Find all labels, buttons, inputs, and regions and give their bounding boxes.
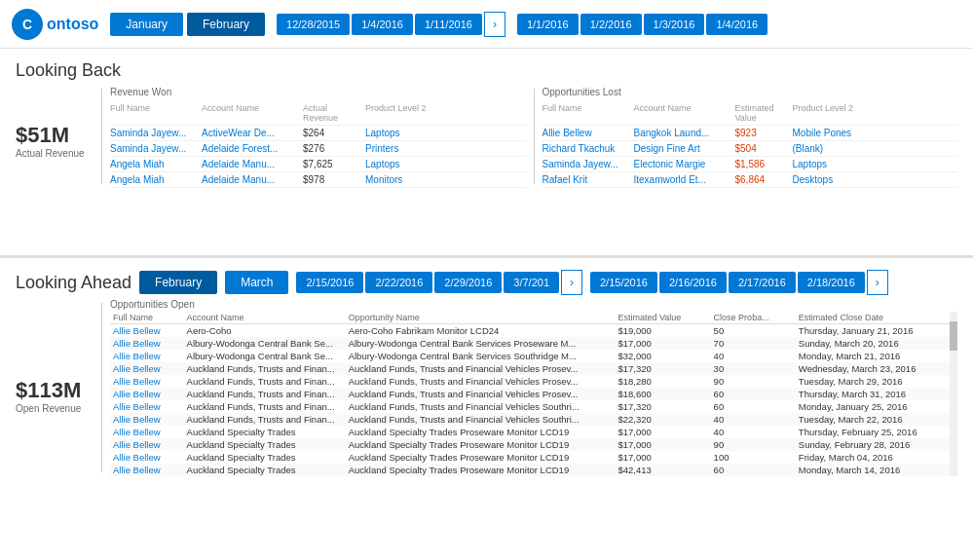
th-fullname: Full Name xyxy=(110,312,184,324)
ol-name-2[interactable]: Saminda Jayew... xyxy=(543,159,630,169)
cell-9-5: Sunday, February 28, 2016 xyxy=(796,438,957,451)
ahead-march-button[interactable]: March xyxy=(225,271,288,294)
cell-2-1: Albury-Wodonga Central Bank Se... xyxy=(184,350,346,362)
table-section: $113M Open Revenue Opportunities Open Fu… xyxy=(0,299,973,476)
cell-5-0[interactable]: Allie Bellew xyxy=(110,388,184,400)
ol-name-0[interactable]: Allie Bellew xyxy=(543,128,630,138)
rw-name-3[interactable]: Angela Miah xyxy=(110,174,198,185)
cell-4-0[interactable]: Allie Bellew xyxy=(110,375,184,388)
cell-11-0[interactable]: Allie Bellew xyxy=(110,464,184,476)
cell-0-0[interactable]: Allie Bellew xyxy=(110,324,184,338)
looking-back-section: Looking Back $51M Actual Revenue Revenue… xyxy=(0,49,973,258)
ahead-date-nav-2: 2/15/2016 2/16/2016 2/17/2016 2/18/2016 … xyxy=(590,270,888,295)
ahead-nav-arrow[interactable]: › xyxy=(561,270,582,295)
revenue-won-column: Revenue Won Full Name Account Name Actua… xyxy=(110,85,526,188)
table-row: Allie BellewAuckland Specialty TradesAuc… xyxy=(110,451,957,464)
rw-name-0[interactable]: Saminda Jayew... xyxy=(110,128,198,138)
cell-8-5: Thursday, February 25, 2016 xyxy=(796,426,957,438)
vertical-divider xyxy=(101,89,102,184)
cell-1-4: 70 xyxy=(711,337,796,350)
date-btn-6[interactable]: 1/4/2016 xyxy=(706,14,767,35)
rw-product-0: Laptops xyxy=(365,128,443,138)
ol-amount-3: $6,864 xyxy=(735,174,789,185)
ah-date-5[interactable]: 2/16/2016 xyxy=(659,272,727,293)
rw-row-0: Saminda Jayew... ActiveWear De... $264 L… xyxy=(110,126,526,141)
cell-8-4: 40 xyxy=(711,426,796,438)
ol-name-3[interactable]: Rafael Krit xyxy=(543,174,630,185)
ah-date-4[interactable]: 2/15/2016 xyxy=(590,272,657,293)
cell-7-3: $22,320 xyxy=(616,413,711,426)
cell-3-0[interactable]: Allie Bellew xyxy=(110,362,184,375)
cell-7-2: Auckland Funds, Trusts and Financial Veh… xyxy=(346,413,616,426)
ahead-feb-button[interactable]: February xyxy=(139,271,217,294)
rw-sub-3: Product Level 2 xyxy=(365,103,443,123)
ah-date-6[interactable]: 2/17/2016 xyxy=(729,272,796,293)
february-button[interactable]: February xyxy=(187,13,265,36)
th-account: Account Name xyxy=(184,312,346,324)
cell-10-2: Auckland Specialty Trades Proseware Moni… xyxy=(346,451,616,464)
vertical-divider-2 xyxy=(534,89,535,184)
ah-date-1[interactable]: 2/22/2016 xyxy=(365,272,432,293)
cell-2-5: Monday, March 21, 2016 xyxy=(796,350,957,362)
looking-ahead-header: Looking Ahead February March 2/15/2016 2… xyxy=(0,266,973,299)
cell-3-4: 30 xyxy=(711,362,796,375)
ol-name-1[interactable]: Richard Tkachuk xyxy=(543,143,630,154)
cell-5-1: Auckland Funds, Trusts and Finan... xyxy=(184,388,346,400)
logo: C ontoso xyxy=(12,9,98,40)
ah-date-2[interactable]: 2/29/2016 xyxy=(434,272,502,293)
date-btn-0[interactable]: 12/28/2015 xyxy=(277,14,350,35)
scrollbar[interactable] xyxy=(950,312,957,476)
date-btn-4[interactable]: 1/2/2016 xyxy=(580,14,642,35)
cell-10-1: Auckland Specialty Trades xyxy=(184,451,346,464)
ah-date-7[interactable]: 2/18/2016 xyxy=(798,272,865,293)
ah-date-0[interactable]: 2/15/2016 xyxy=(296,272,363,293)
ahead-nav-arrow-2[interactable]: › xyxy=(867,270,888,295)
cell-2-4: 40 xyxy=(711,350,796,362)
date-nav-arrow-right[interactable]: › xyxy=(484,12,505,37)
cell-7-1: Auckland Funds, Trusts and Finan... xyxy=(184,413,346,426)
rw-amount-1: $276 xyxy=(303,143,361,154)
cell-2-0[interactable]: Allie Bellew xyxy=(110,350,184,362)
rw-amount-0: $264 xyxy=(303,128,361,138)
cell-7-0[interactable]: Allie Bellew xyxy=(110,413,184,426)
ol-sub-3: Product Level 2 xyxy=(793,103,871,123)
cell-9-4: 90 xyxy=(711,438,796,451)
scrollbar-thumb[interactable] xyxy=(950,321,957,351)
cell-3-3: $17,320 xyxy=(616,362,711,375)
ol-amount-2: $1,586 xyxy=(735,159,789,169)
date-btn-2[interactable]: 1/11/2016 xyxy=(415,14,482,35)
rw-account-1: Adelaide Forest... xyxy=(202,143,299,154)
ol-account-1: Design Fine Art xyxy=(634,143,731,154)
cell-2-3: $32,000 xyxy=(616,350,711,362)
th-value: Estimated Value xyxy=(616,312,711,324)
cell-6-0[interactable]: Allie Bellew xyxy=(110,400,184,413)
ah-date-3[interactable]: 3/7/201 xyxy=(504,272,559,293)
cell-11-3: $42,413 xyxy=(616,464,711,476)
opp-lost-sub-header: Full Name Account Name Estimated Value P… xyxy=(543,101,958,126)
cell-1-0[interactable]: Allie Bellew xyxy=(110,337,184,350)
cell-9-0[interactable]: Allie Bellew xyxy=(110,438,184,451)
ol-account-2: Electonic Margie xyxy=(634,159,731,169)
rw-sub-0: Full Name xyxy=(110,103,198,123)
cell-8-0[interactable]: Allie Bellew xyxy=(110,426,184,438)
ol-amount-0: $923 xyxy=(735,128,789,138)
date-btn-1[interactable]: 1/4/2016 xyxy=(352,14,413,35)
ol-product-1: (Blank) xyxy=(793,143,871,154)
looking-ahead-section: Looking Ahead February March 2/15/2016 2… xyxy=(0,258,973,560)
ol-sub-2: Estimated Value xyxy=(735,103,789,123)
rw-name-2[interactable]: Angela Miah xyxy=(110,159,198,169)
cell-10-0[interactable]: Allie Bellew xyxy=(110,451,184,464)
cell-10-4: 100 xyxy=(711,451,796,464)
cell-11-1: Auckland Specialty Trades xyxy=(184,464,346,476)
date-btn-5[interactable]: 1/3/2016 xyxy=(644,14,705,35)
opp-table-container: Opportunities Open Full Name Account Nam… xyxy=(110,299,957,476)
rw-row-1: Saminda Jayew... Adelaide Forest... $276… xyxy=(110,141,526,157)
cell-4-5: Tuesday, March 29, 2016 xyxy=(796,375,957,388)
date-btn-3[interactable]: 1/1/2016 xyxy=(517,14,579,35)
cell-8-1: Auckland Specialty Trades xyxy=(184,426,346,438)
ol-amount-1: $504 xyxy=(735,143,789,154)
rw-name-1[interactable]: Saminda Jayew... xyxy=(110,143,198,154)
ol-sub-1: Account Name xyxy=(634,103,731,123)
january-button[interactable]: January xyxy=(110,13,183,36)
cell-10-5: Friday, March 04, 2016 xyxy=(796,451,957,464)
